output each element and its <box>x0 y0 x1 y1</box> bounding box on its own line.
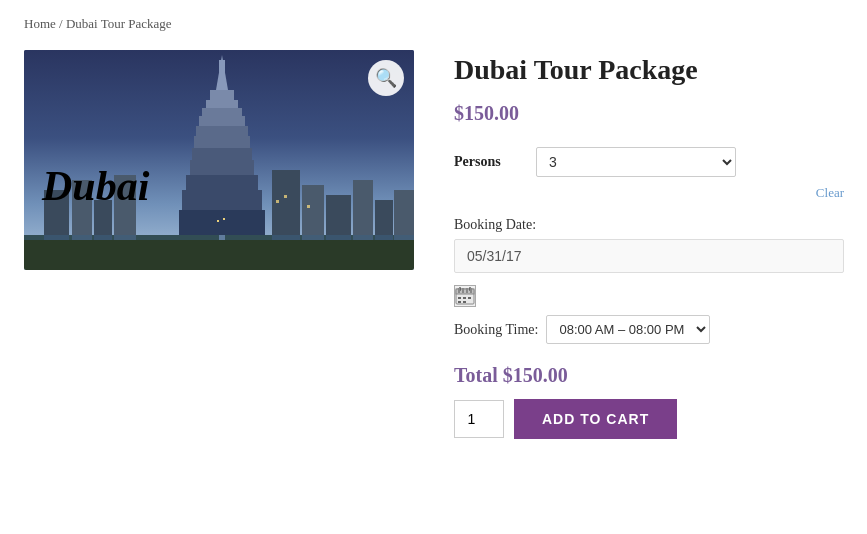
skyline-svg <box>24 50 414 270</box>
svg-rect-11 <box>199 116 245 126</box>
persons-select[interactable]: 1 2 3 4 5 6 7 8 9 10 <box>536 147 736 177</box>
svg-rect-15 <box>190 160 254 175</box>
product-layout: Dubai 🔍 Dubai Tour Package $150.00 Perso… <box>24 50 843 439</box>
booking-date-section: Booking Date: <box>454 217 844 273</box>
svg-rect-16 <box>186 175 258 190</box>
svg-rect-24 <box>394 190 414 240</box>
clear-link[interactable]: Clear <box>536 185 844 201</box>
product-image-wrap: Dubai 🔍 <box>24 50 414 270</box>
svg-rect-22 <box>353 180 373 240</box>
svg-rect-12 <box>196 126 248 136</box>
svg-rect-32 <box>456 289 474 294</box>
svg-rect-39 <box>463 301 466 303</box>
svg-rect-25 <box>24 235 414 240</box>
breadcrumb-current: Dubai Tour Package <box>66 16 172 31</box>
svg-rect-26 <box>217 220 219 222</box>
calendar-icon-wrap <box>454 285 844 307</box>
persons-label: Persons <box>454 154 524 170</box>
svg-rect-35 <box>458 297 461 299</box>
cart-row: ADD TO CART <box>454 399 844 439</box>
svg-rect-28 <box>276 200 279 203</box>
breadcrumb: Home / Dubai Tour Package <box>24 16 843 32</box>
product-price: $150.00 <box>454 102 844 125</box>
persons-field-row: Persons 1 2 3 4 5 6 7 8 9 10 <box>454 147 844 177</box>
product-title: Dubai Tour Package <box>454 54 844 86</box>
svg-rect-29 <box>284 195 287 198</box>
svg-rect-30 <box>307 205 310 208</box>
svg-rect-23 <box>375 200 393 240</box>
total-label: Total $150.00 <box>454 364 568 386</box>
svg-rect-33 <box>459 287 461 291</box>
svg-rect-21 <box>326 195 351 240</box>
svg-rect-37 <box>468 297 471 299</box>
svg-rect-27 <box>223 218 225 220</box>
svg-rect-19 <box>272 170 300 240</box>
add-to-cart-button[interactable]: ADD TO CART <box>514 399 677 439</box>
booking-date-input[interactable] <box>454 239 844 273</box>
breadcrumb-separator: / <box>59 16 66 31</box>
svg-rect-13 <box>194 136 250 148</box>
svg-rect-9 <box>206 100 238 108</box>
product-details: Dubai Tour Package $150.00 Persons 1 2 3… <box>454 50 844 439</box>
breadcrumb-home[interactable]: Home <box>24 16 56 31</box>
svg-rect-34 <box>469 287 471 291</box>
calendar-icon[interactable] <box>454 285 476 307</box>
svg-rect-18 <box>179 210 265 235</box>
booking-time-row: Booking Time: 08:00 AM – 08:00 PM 09:00 … <box>454 315 844 344</box>
page-wrapper: Home / Dubai Tour Package <box>0 0 867 455</box>
dubai-image-text: Dubai <box>42 162 149 210</box>
svg-rect-8 <box>210 90 234 100</box>
booking-date-label: Booking Date: <box>454 217 844 233</box>
svg-rect-1 <box>24 235 414 270</box>
svg-rect-20 <box>302 185 324 240</box>
svg-rect-36 <box>463 297 466 299</box>
svg-rect-17 <box>182 190 262 210</box>
booking-time-label: Booking Time: <box>454 322 538 338</box>
quantity-input[interactable] <box>454 400 504 438</box>
total-section: Total $150.00 <box>454 364 844 387</box>
svg-rect-38 <box>458 301 461 303</box>
product-image: Dubai 🔍 <box>24 50 414 270</box>
svg-rect-14 <box>192 148 252 160</box>
booking-time-select[interactable]: 08:00 AM – 08:00 PM 09:00 AM – 09:00 PM … <box>546 315 710 344</box>
zoom-icon[interactable]: 🔍 <box>368 60 404 96</box>
svg-rect-10 <box>202 108 242 116</box>
